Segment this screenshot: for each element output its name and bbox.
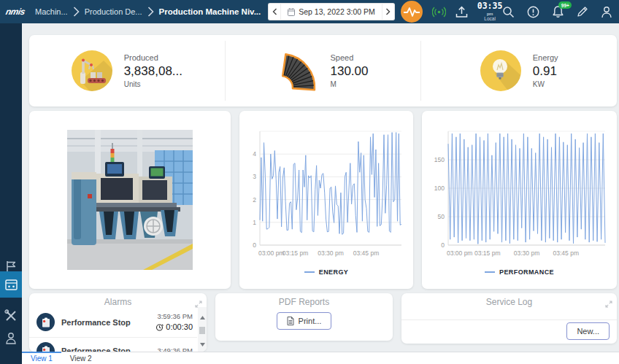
date-picker: Sep 13, 2022 3:00 PM [268,3,395,20]
view-tab-bar: View 1 View 2 [22,352,619,364]
breadcrumb-item-machines[interactable]: Machin... [35,7,68,16]
breadcrumb: Machin... Production De... Production Ma… [35,7,261,17]
document-icon [287,317,294,325]
tab-view-2[interactable]: View 2 [61,352,101,364]
clock-meridiem: pm [477,12,503,16]
svg-text:03:30 pm: 03:30 pm [318,249,343,257]
alarm-clipboard-icon [36,342,55,352]
svg-text:0: 0 [253,241,256,249]
date-next-button[interactable] [382,3,395,20]
breadcrumb-item-current[interactable]: Production Machine Niv... [159,7,261,16]
svg-text:03:45 pm: 03:45 pm [353,249,379,257]
alarm-label: Performance Stop [61,346,150,352]
tools-icon [4,309,18,322]
scroll-down-icon[interactable] [200,334,205,352]
svg-text:150: 150 [434,156,445,163]
machine-photo-card [29,111,231,289]
pdf-reports-panel: PDF Reports Print... [215,293,393,341]
alarm-list: Performance Stop 3:59:36 PM 0:00:30 Perf… [29,308,197,352]
sidebar-item-tools[interactable] [0,306,22,325]
person-icon [5,332,17,344]
pulse-status-icon[interactable] [401,1,423,23]
energy-chart: 0123403:00 pm03:15 pm03:30 pm03:45 pm [245,125,407,266]
topbar-actions: 99+ [502,5,619,18]
alarms-panel: Alarms Performance Stop 3:59:36 PM 0:00:… [29,293,207,352]
alarms-scrollbar[interactable] [198,307,207,352]
alarm-duration: 0:00:30 [166,322,193,333]
kpi-unit: KW [533,80,558,88]
service-log-panel: Service Log New... [401,293,617,344]
divider [401,320,617,320]
svg-text:3: 3 [253,173,256,180]
svg-text:03:15 pm: 03:15 pm [474,249,500,257]
legend-swatch [485,271,495,273]
svg-text:100: 100 [434,185,445,192]
date-value[interactable]: Sep 13, 2022 3:00 PM [280,3,382,20]
panel-title: PDF Reports [215,293,393,307]
energy-chart-card: 0123403:00 pm03:15 pm03:30 pm03:45 pm EN… [239,111,413,289]
robot-arm-icon [72,50,112,91]
performance-chart-card: 05010015003:00 pm03:15 pm03:30 pm03:45 p… [422,111,617,289]
kpi-produced: Produced 3,838,08... Units [29,35,225,107]
new-button-label: New... [577,327,599,336]
upload-icon[interactable] [455,6,468,18]
alarm-time: 3:59:36 PM [155,312,193,322]
edit-pencil-icon[interactable] [577,6,588,18]
performance-legend[interactable]: PERFORMANCE [428,268,611,276]
kpi-energy: Energy 0.91 KW [421,35,617,107]
expand-icon[interactable] [605,298,612,311]
chevron-right-icon [147,7,154,17]
svg-text:03:45 pm: 03:45 pm [553,249,579,257]
kpi-summary-card: Produced 3,838,08... Units Speed 130.00 … [29,35,617,107]
alarm-row[interactable]: Performance Stop 3:49:36 PM [29,338,197,352]
new-entry-button[interactable]: New... [566,322,610,340]
kpi-label: Speed [331,53,369,62]
user-icon[interactable] [601,6,612,18]
energy-legend[interactable]: ENERGY [245,268,407,276]
live-broadcast-icon[interactable] [432,5,446,19]
breadcrumb-item-department[interactable]: Production De... [85,7,142,16]
svg-text:03:30 pm: 03:30 pm [514,249,539,257]
clock-time: 03:35 [477,2,503,11]
notifications-bell-icon[interactable]: 99+ [552,5,564,18]
svg-text:50: 50 [438,213,445,220]
scroll-up-icon[interactable] [200,307,205,325]
kpi-label: Produced [124,53,182,62]
flag-icon [5,260,17,273]
date-text: Sep 13, 2022 3:00 PM [299,7,375,16]
gauge-icon [278,50,319,92]
svg-text:2: 2 [253,196,256,204]
svg-text:03:00 pm: 03:00 pm [258,249,284,257]
print-button[interactable]: Print... [277,312,332,330]
scrollbar-thumb[interactable] [199,327,205,334]
sidebar-item-user[interactable] [0,328,22,347]
alarm-clipboard-icon [36,313,55,331]
clock-zone: Local [477,17,503,22]
kpi-speed: Speed 130.00 M [226,35,421,107]
alarm-row[interactable]: Performance Stop 3:59:36 PM 0:00:30 [29,308,197,338]
kpi-value: 0.91 [533,64,558,79]
local-clock: 03:35 pm Local [477,2,503,21]
kpi-unit: M [331,80,369,88]
kpi-label: Energy [533,53,558,62]
left-sidebar [0,23,22,364]
top-bar: nmis Machin... Production De... Producti… [0,0,619,23]
chevron-right-icon [73,7,80,17]
views-icon [5,279,18,290]
kpi-value: 130.00 [331,64,369,79]
calendar-icon [288,8,295,16]
tab-view-1[interactable]: View 1 [22,352,61,364]
panel-title: Alarms [29,293,207,307]
duration-icon [155,323,164,331]
kpi-unit: Units [124,80,182,88]
search-icon[interactable] [502,6,515,18]
sidebar-item-views[interactable] [0,271,22,298]
date-prev-button[interactable] [268,3,280,20]
svg-text:4: 4 [253,150,256,158]
legend-swatch [304,271,315,273]
app-logo: nmis [5,7,26,17]
machine-photo [67,130,193,270]
alert-icon[interactable] [527,6,539,18]
print-button-label: Print... [299,317,322,325]
legend-label: PERFORMANCE [499,268,554,276]
